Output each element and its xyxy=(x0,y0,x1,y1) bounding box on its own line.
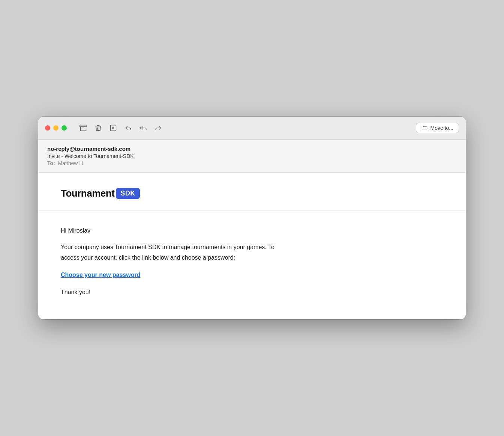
logo-badge: SDK xyxy=(116,188,140,199)
email-body-wrapper: Tournament SDK Hi Miroslav Your company … xyxy=(38,173,466,320)
choose-password-link[interactable]: Choose your new password xyxy=(61,272,140,278)
svg-rect-0 xyxy=(80,125,87,126)
email-content: Hi Miroslav Your company uses Tournament… xyxy=(38,211,466,320)
reply-all-button[interactable] xyxy=(137,122,149,134)
email-window: Move to... no-reply@tournament-sdk.com I… xyxy=(38,117,466,320)
email-from: no-reply@tournament-sdk.com xyxy=(47,146,457,152)
move-to-label: Move to... xyxy=(430,125,453,131)
logo-text: Tournament xyxy=(61,188,114,199)
email-subject: Invite - Welcome to Tournament-SDK xyxy=(47,153,457,159)
email-body-text: Your company uses Tournament SDK to mana… xyxy=(61,242,293,262)
email-header: Tournament SDK xyxy=(38,173,466,211)
email-to: To: Matthew H. xyxy=(47,160,457,166)
archive-button[interactable] xyxy=(77,122,89,134)
email-sign-off: Thank you! xyxy=(61,287,443,297)
minimize-button[interactable] xyxy=(53,125,58,131)
junk-button[interactable] xyxy=(107,122,119,134)
traffic-lights xyxy=(45,125,67,131)
email-to-name: Matthew H. xyxy=(58,160,85,166)
toolbar-icons xyxy=(77,122,164,134)
email-meta: no-reply@tournament-sdk.com Invite - Wel… xyxy=(38,140,466,173)
titlebar: Move to... xyxy=(38,117,466,140)
close-button[interactable] xyxy=(45,125,50,131)
reply-button[interactable] xyxy=(122,122,134,134)
move-to-button[interactable]: Move to... xyxy=(416,123,459,133)
logo-container: Tournament SDK xyxy=(61,188,443,199)
email-greeting: Hi Miroslav xyxy=(61,226,443,236)
forward-button[interactable] xyxy=(152,122,164,134)
maximize-button[interactable] xyxy=(62,125,67,131)
trash-button[interactable] xyxy=(92,122,104,134)
email-to-label: To: xyxy=(47,160,55,166)
